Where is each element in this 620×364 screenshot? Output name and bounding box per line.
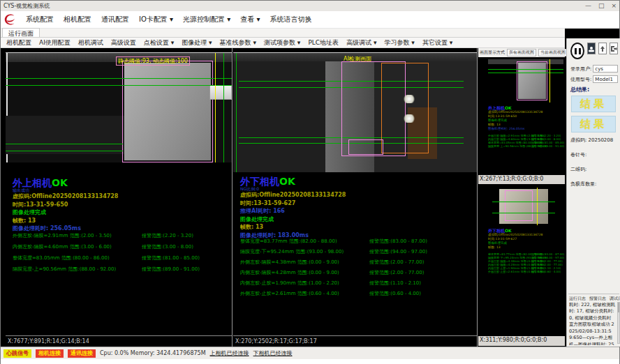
measure-line-overlay xyxy=(6,151,123,151)
log-tab-alarm[interactable]: 报警日志 xyxy=(589,296,606,302)
cpu-memory-text: Cpu: 0.0% Memory: 3424.41796875M xyxy=(100,350,206,356)
edge-line-overlay xyxy=(215,53,216,162)
measure-row: 内侧左胶-隔膜=4.28mm 范围:(0.00 - 9.00)报警范围:(2.0… xyxy=(240,269,474,280)
window-controls: — □ × xyxy=(585,1,617,11)
measure-row: 隔膜宽度-上=90.56mm 范围:(88.00 - 92.00)报警范围:(8… xyxy=(13,266,229,277)
camera-tool-button[interactable] xyxy=(587,43,596,54)
ai-overlay-text: AI检测画面 xyxy=(344,55,371,63)
measure-row: 外侧左胶-隔膜=4.38mm 范围:(0.00 - 9.00)报警范围:(2.0… xyxy=(240,259,474,269)
mini-line xyxy=(488,73,563,73)
title-bar: CYS-视觉检测系统 — □ × xyxy=(1,1,619,11)
measure-row: 外侧左胶-隔膜=2.91mm 范围:(2.00 - 3.50)报警范围:(2.2… xyxy=(13,232,229,243)
ai-elapsed: 推理AI耗时: 166 xyxy=(240,207,346,215)
pixel-readout-thumb2: X:311;Y:980;R:0;G:0;B:0 xyxy=(478,336,565,346)
menu-item-camera-config[interactable]: 相机配置 xyxy=(64,15,91,24)
camera-connect-badge: 相机连接 xyxy=(36,349,64,358)
display-mode-label: 画面显示方式 xyxy=(480,50,505,56)
measure-row: 隔膜宽度-下=95.24mm 范围:(93.00 - 98.00)报警范围:(9… xyxy=(240,248,474,259)
heartbeat-badge: 心跳信号 xyxy=(3,349,31,358)
pause-button[interactable] xyxy=(570,43,584,59)
qr-code-label: 二维码: xyxy=(570,166,618,173)
camera-panel-upper: 静态阈值:93, 动态阈值:100 外上相机OK 输出成功 虚拟码:Offlin… xyxy=(6,48,232,347)
pixel-readout-lower: X:270;Y:2502;R:17;G:17;B:17 xyxy=(233,335,477,347)
machine-body xyxy=(6,116,124,154)
log-scrollbar[interactable] xyxy=(617,302,620,344)
measure-row: 外侧左胶-止胶=2.61mm 范围:(0.60 - 4.00)报警范围:(0.6… xyxy=(240,290,474,301)
tab-run-screen[interactable]: 运行画面 xyxy=(2,28,40,37)
logout-icon xyxy=(610,45,617,52)
needle-number-label: 卷针号: xyxy=(570,151,618,158)
output-status: NG比例:0 xyxy=(240,186,346,191)
app-window: CYS-视觉检测系统 — □ × 系统配置 相机配置 通讯配置 IO卡配置 ▾ … xyxy=(0,0,620,364)
mini-line xyxy=(492,213,555,213)
camera-view-upper[interactable]: 静态阈值:93, 动态阈值:100 xyxy=(6,52,232,162)
panel-divider xyxy=(232,48,232,347)
tool-plc-address-table[interactable]: PLC地址表 xyxy=(308,38,339,47)
close-icon[interactable]: × xyxy=(611,1,617,11)
menu-item-comm-config[interactable]: 通讯配置 xyxy=(101,15,129,24)
result-box-1: 结果 xyxy=(571,96,616,112)
roi-rect-overlay xyxy=(348,139,383,155)
tool-other-settings[interactable]: 其它设置 ▾ xyxy=(422,38,452,47)
tool-advanced-debug[interactable]: 高级调试 ▾ xyxy=(346,38,376,47)
log-tab-run[interactable]: 运行日志 xyxy=(569,296,586,302)
mini-line xyxy=(492,202,555,202)
log-tab-debug[interactable]: 调试日志 xyxy=(610,296,620,302)
mini-roi-rect xyxy=(505,190,533,221)
view-tab-current[interactable]: 当前画面视图 xyxy=(538,49,568,56)
machine-body xyxy=(233,61,331,172)
log-text: 耗时: 222, 褶皱检测耗时: 17, 褶皱分类耗时: 0, 褶皱视频分类耗时… xyxy=(569,302,616,345)
right-sidebar: 登录用户: cys 使用型号: Model1 总结果: 结果 结果 虚拟码: 2… xyxy=(566,38,620,347)
mini-info: 外上相机OK 虚拟码:Offline20250208133134728 时间:1… xyxy=(488,105,564,148)
mini-info: 外下相机OK 虚拟码:Offline20250208133134728 时间:1… xyxy=(488,228,564,273)
anode-stock-label: 负极库数量: xyxy=(570,181,618,188)
virtual-code-text: 虚拟码: 20250208 xyxy=(570,137,618,144)
login-user-label: 登录用户: xyxy=(570,66,591,73)
minimize-icon[interactable]: — xyxy=(585,1,591,11)
processing-done: 图像处理完成 xyxy=(240,215,346,224)
tool-image-processing[interactable]: 图像处理 ▾ xyxy=(182,38,212,47)
thumbnail-lower-camera[interactable]: 外下相机OK 虚拟码:Offline20250208133134728 时间:1… xyxy=(478,185,565,335)
menu-item-io-card-config[interactable]: IO卡配置 ▾ xyxy=(139,15,173,24)
processing-elapsed: 图像处理耗时: 256.05ms xyxy=(13,225,118,233)
camera-view-lower[interactable]: AI检测画面 xyxy=(233,52,477,172)
logout-tool-button[interactable] xyxy=(610,43,618,54)
virtual-code: 虚拟码:Offline20250208133134728 xyxy=(240,191,346,199)
frame-count: 帧数: 13 xyxy=(240,223,346,232)
tool-baseline-params[interactable]: 基准线参数 ▾ xyxy=(220,38,256,47)
arrow-up-icon xyxy=(599,45,606,52)
maximize-icon[interactable]: □ xyxy=(598,1,605,11)
menu-item-language-switch[interactable]: 系统语言切换 xyxy=(270,15,311,24)
tool-learning-params[interactable]: 学习参数 ▾ xyxy=(385,38,415,47)
tool-spot-check[interactable]: 点检设置 ▾ xyxy=(144,38,174,47)
lower-camera-status: 下相机已经连接 xyxy=(253,349,293,357)
tool-bar: 相机配置 AI使用配置 相机调试 高级设置 点检设置 ▾ 图像处理 ▾ 基准线参… xyxy=(1,38,565,48)
tool-test-item-params[interactable]: 测试项参数 ▾ xyxy=(264,38,300,47)
camera-name: 外上相机 xyxy=(13,177,52,188)
tool-camera-config[interactable]: 相机配置 xyxy=(6,38,31,47)
result-ok: OK xyxy=(52,177,68,188)
menu-item-system-config[interactable]: 系统配置 xyxy=(26,15,54,24)
thumbnail-upper-camera[interactable]: 外上相机OK 虚拟码:Offline20250208133134728 时间:1… xyxy=(478,58,565,175)
snapshot-tool-button[interactable] xyxy=(598,43,607,54)
measure-line-overlay xyxy=(6,144,123,144)
login-user-field[interactable]: cys xyxy=(593,65,618,73)
tab-strip: 运行画面 xyxy=(1,29,565,38)
model-label: 使用型号: xyxy=(570,76,591,83)
measurement-rows-lower: 整体宽度=83.77mm 范围:(82.00 - 88.00)报警范围:(83.… xyxy=(240,238,474,301)
menu-item-light-control[interactable]: 光源控制配置 ▾ xyxy=(183,15,230,24)
tool-camera-debug[interactable]: 相机调试 xyxy=(78,38,103,47)
measure-row: 内侧左胶-止胶=1.90mm 范围:(1.00 - 2.20)报警范围:(1.1… xyxy=(240,280,474,290)
virtual-code: 虚拟码:Offline20250208133134728 xyxy=(13,192,118,201)
battery-cell-image xyxy=(124,63,211,160)
sidebar-buttons xyxy=(570,43,618,59)
tool-ai-usage-config[interactable]: AI使用配置 xyxy=(39,38,71,47)
reflection-spot xyxy=(403,95,415,103)
tool-advanced-settings[interactable]: 高级设置 xyxy=(111,38,136,47)
menu-item-view[interactable]: 查看 ▾ xyxy=(240,15,260,24)
log-tabs: 运行日志 报警日志 调试日志 xyxy=(568,294,619,302)
result-box-2: 结果 xyxy=(571,116,616,132)
view-tab-all[interactable]: 所有画面视图 xyxy=(507,49,536,56)
processing-done: 图像处理完成 xyxy=(13,208,118,217)
model-field[interactable]: Model1 xyxy=(593,75,618,83)
